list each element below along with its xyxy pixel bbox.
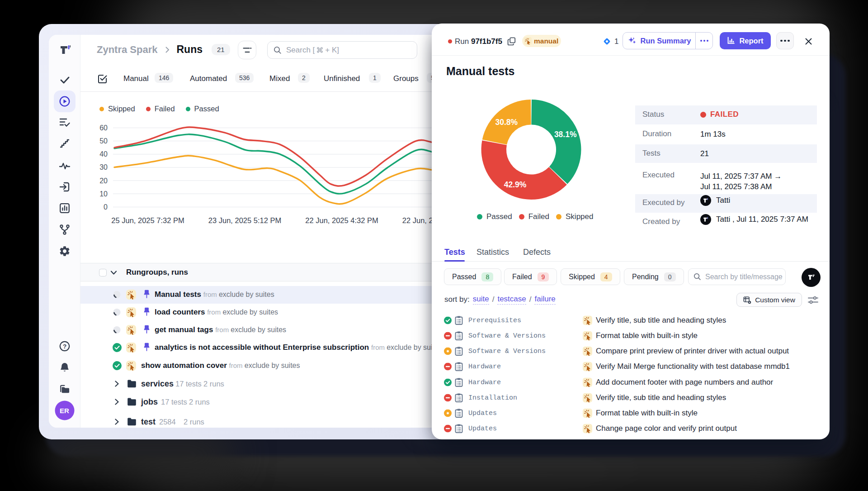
svg-text:?: ? <box>62 343 66 350</box>
svg-text:50: 50 <box>99 137 108 145</box>
svg-text:22 Jun, 2025 4:32 PM: 22 Jun, 2025 4:32 PM <box>305 216 378 224</box>
svg-text:42.9%: 42.9% <box>504 180 527 189</box>
svg-text:23 Jun, 2025 5:12 PM: 23 Jun, 2025 5:12 PM <box>208 216 281 224</box>
svg-text:60: 60 <box>99 124 108 132</box>
svg-text:38.1%: 38.1% <box>554 130 577 139</box>
svg-text:10: 10 <box>99 190 108 198</box>
svg-text:30.8%: 30.8% <box>495 118 518 127</box>
svg-text:25 Jun, 2025 7:32 PM: 25 Jun, 2025 7:32 PM <box>111 216 184 224</box>
svg-text:40: 40 <box>99 150 108 158</box>
svg-text:30: 30 <box>99 163 108 171</box>
svg-text:0: 0 <box>104 203 108 211</box>
svg-text:20: 20 <box>99 177 108 185</box>
